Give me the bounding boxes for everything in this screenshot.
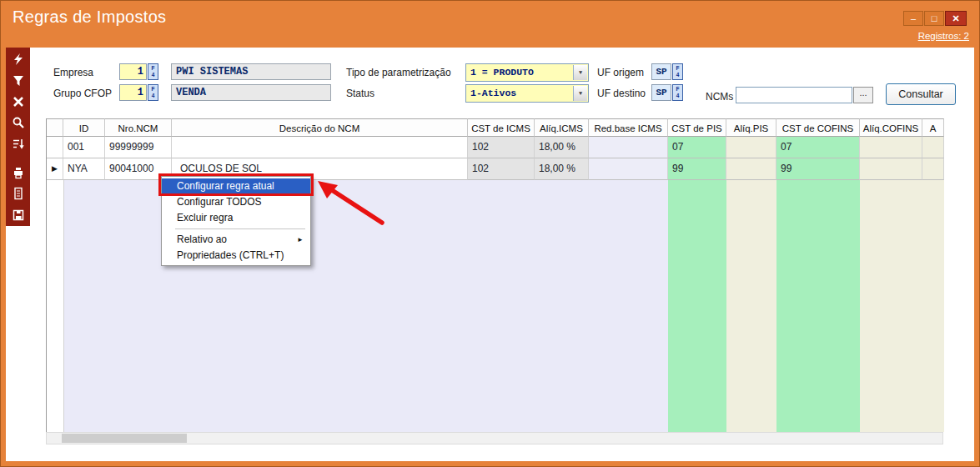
filter-icon: [12, 74, 25, 91]
menu-item-relativo-ao[interactable]: Relativo ao ►: [162, 232, 310, 248]
registros-link[interactable]: Registros: 2: [918, 31, 969, 41]
scrollbar-thumb[interactable]: [62, 434, 187, 443]
cancel-button[interactable]: [8, 94, 28, 113]
row-marker-cell: ▶: [47, 158, 63, 180]
lightning-icon: [12, 53, 25, 69]
grid-header-aliq-cofins[interactable]: Alíq.COFINS: [860, 118, 922, 137]
window-title: Regras de Impostos: [13, 8, 166, 27]
grid-header-aliq-pis[interactable]: Alíq.PIS: [726, 118, 776, 137]
empresa-f4-lookup-button[interactable]: F 4: [148, 63, 158, 80]
menu-item-configurar-regra-atual[interactable]: Configurar regra atual: [162, 178, 310, 194]
uf-origem-f4-lookup-button[interactable]: F 4: [672, 63, 683, 80]
grid-marker-column: [47, 180, 64, 432]
app-window: Regras de Impostos – □ ✕ Registros: 2: [0, 0, 980, 467]
cell-red-base-icms[interactable]: [589, 158, 668, 180]
cst-pis-column-stripe: [668, 180, 726, 432]
cell-cst-pis[interactable]: 99: [668, 158, 726, 180]
aliq-pis-column-stripe: [726, 180, 776, 432]
filter-button[interactable]: [8, 73, 28, 91]
grupo-cfop-code-input[interactable]: 1: [119, 84, 147, 101]
menu-item-propriedades[interactable]: Propriedades (CTRL+T): [162, 248, 310, 264]
magnifier-icon: [12, 116, 25, 133]
submenu-arrow-icon: ►: [297, 232, 304, 248]
grid-header-cst-pis[interactable]: CST de PIS: [668, 118, 726, 137]
cell-id[interactable]: NYA: [63, 158, 105, 180]
cell-id[interactable]: 001: [63, 137, 105, 158]
cell-cst-icms[interactable]: 102: [468, 137, 535, 158]
left-toolbar: [6, 48, 30, 226]
grid-header-aliq-icms[interactable]: Alíq.ICMS: [535, 118, 589, 137]
cell-aliq-pis[interactable]: [726, 158, 776, 180]
chevron-down-icon[interactable]: ▼: [573, 86, 587, 101]
cell-truncated[interactable]: [922, 158, 944, 180]
report-button[interactable]: [8, 186, 28, 204]
cell-cst-icms[interactable]: 102: [468, 158, 535, 180]
context-menu: Configurar regra atual Configurar TODOS …: [161, 176, 311, 266]
cell-truncated[interactable]: [922, 137, 944, 158]
sort-button[interactable]: [8, 137, 28, 155]
refresh-button[interactable]: [8, 52, 28, 70]
close-x-icon: [12, 95, 25, 112]
cell-red-base-icms[interactable]: [589, 137, 668, 158]
uf-destino-input[interactable]: SP: [651, 84, 671, 101]
empresa-label: Empresa: [53, 67, 93, 78]
status-label: Status: [346, 88, 374, 99]
maximize-button[interactable]: □: [924, 11, 944, 26]
cell-descricao[interactable]: [172, 137, 468, 158]
status-select[interactable]: 1-Ativos ▼: [465, 84, 589, 103]
ncms-input[interactable]: [736, 87, 852, 103]
floppy-disk-icon: [12, 208, 25, 225]
menu-separator: [175, 228, 305, 229]
menu-item-excluir-regra[interactable]: Excluir regra: [162, 210, 310, 226]
grid-header-descricao[interactable]: Descrição do NCM: [172, 118, 468, 137]
tipo-parametrizacao-value: 1 = PRODUTO: [470, 67, 534, 78]
grupo-cfop-f4-lookup-button[interactable]: F 4: [148, 84, 158, 101]
grid-header-cst-cofins[interactable]: CST de COFINS: [776, 118, 860, 137]
table-row[interactable]: 001 99999999 102 18,00 % 07 07: [47, 137, 944, 158]
grupo-cfop-label: Grupo CFOP: [53, 88, 112, 99]
uf-origem-label: UF origem: [597, 67, 644, 78]
ncms-browse-button[interactable]: ...: [853, 87, 873, 103]
ncms-label: NCMs: [706, 91, 733, 103]
uf-origem-input[interactable]: SP: [651, 63, 671, 80]
cell-ncm[interactable]: 99999999: [105, 137, 172, 158]
minimize-button[interactable]: –: [903, 11, 923, 26]
document-icon: [12, 187, 25, 203]
grid-header-marker: [47, 118, 63, 137]
empresa-name-field: PWI SISTEMAS: [171, 63, 331, 80]
uf-destino-label: UF destino: [597, 88, 646, 99]
grid-header-ncm[interactable]: Nro.NCM: [105, 118, 172, 137]
sort-icon: [12, 138, 25, 154]
status-value: 1-Ativos: [470, 88, 516, 98]
cell-aliq-cofins[interactable]: [860, 137, 922, 158]
cell-aliq-cofins[interactable]: [860, 158, 922, 180]
horizontal-scrollbar[interactable]: [46, 432, 943, 444]
cell-cst-cofins[interactable]: 99: [776, 158, 860, 180]
grupo-cfop-name-field: VENDA: [171, 84, 331, 101]
tipo-parametrizacao-select[interactable]: 1 = PRODUTO ▼: [465, 63, 589, 82]
cell-cst-pis[interactable]: 07: [668, 137, 726, 158]
consultar-button[interactable]: Consultar: [886, 83, 956, 105]
aliq-cofins-column-stripe: [860, 180, 922, 432]
grid-header-truncated[interactable]: A: [922, 118, 944, 137]
search-button[interactable]: [8, 115, 28, 133]
tipo-parametrizacao-label: Tipo de parametrização: [346, 67, 451, 78]
last-column-stripe: [922, 180, 944, 432]
chevron-down-icon[interactable]: ▼: [573, 65, 587, 80]
cell-aliq-pis[interactable]: [726, 137, 776, 158]
row-marker-cell: [47, 137, 63, 158]
menu-item-configurar-todos[interactable]: Configurar TODOS: [162, 194, 310, 210]
empresa-code-input[interactable]: 1: [119, 63, 147, 80]
grid-header-id[interactable]: ID: [63, 118, 105, 137]
grid-header-red-base-icms[interactable]: Red.base ICMS: [589, 118, 668, 137]
uf-destino-f4-lookup-button[interactable]: F 4: [672, 84, 683, 101]
save-button[interactable]: [8, 208, 28, 226]
printer-icon: [12, 166, 25, 183]
close-button[interactable]: ✕: [945, 11, 967, 26]
cst-cofins-column-stripe: [776, 180, 860, 432]
cell-aliq-icms[interactable]: 18,00 %: [535, 137, 589, 158]
print-button[interactable]: [8, 165, 28, 183]
grid-header-cst-icms[interactable]: CST de ICMS: [468, 118, 535, 137]
cell-aliq-icms[interactable]: 18,00 %: [535, 158, 589, 180]
cell-cst-cofins[interactable]: 07: [776, 137, 860, 158]
